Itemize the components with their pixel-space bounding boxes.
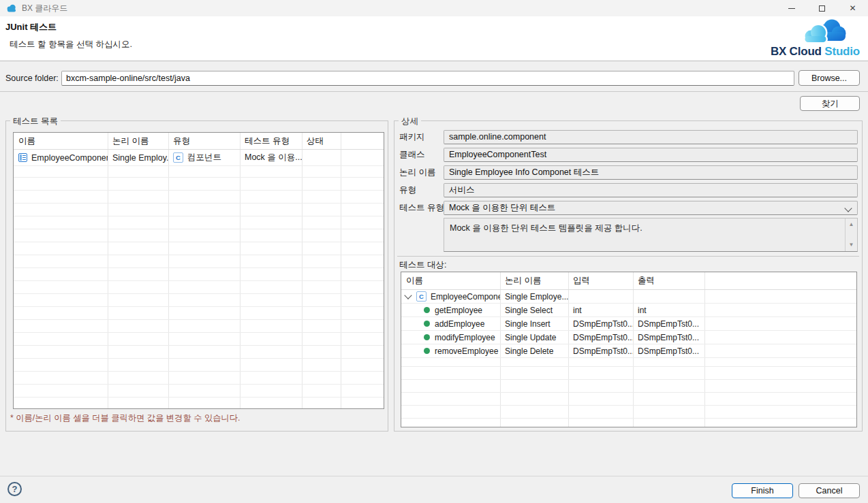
column-header-logical-name: 논리 이름 [500,275,568,287]
column-header-logical-name: 논리 이름 [108,135,168,147]
header-separator [0,91,868,92]
source-folder-label: Source folder: [5,74,59,83]
dialog-header: JUnit 테스트 테스트 할 항목을 선택 하십시오. [0,16,868,61]
finish-button[interactable]: Finish [732,483,793,498]
cell-output: int [633,306,704,315]
public-method-icon [424,321,430,327]
column-header-input: 입력 [568,275,633,287]
cell-logical-name: Single Insert [500,319,568,329]
class-badge-icon: C [416,291,427,302]
cell-logical-name: Single Delete [500,346,568,356]
public-method-icon [424,348,430,354]
source-folder-input[interactable] [61,71,794,86]
cell-input: int [568,306,633,315]
edit-hint-note: * 이름/논리 이름 셀을 더블 클릭하면 값을 변경할 수 있습니다. [10,412,241,424]
minimize-icon [788,8,795,9]
logo-cloud-icon [800,16,849,48]
bx-cloud-studio-logo: BX Cloud Studio [774,16,863,60]
test-type-description: Mock 을 이용한 단위 테스트 템플릿을 제공 합니다. [450,223,841,234]
cell-name: removeEmployee [401,346,500,356]
test-target-header-row: 이름 논리 이름 입력 출력 [401,272,856,290]
test-list-header-row: 이름 논리 이름 유형 테스트 유형 상태 [14,133,384,150]
help-button[interactable]: ? [7,482,22,496]
cell-output: DSmpEmpTst0... [633,319,704,329]
scroll-down-icon[interactable]: ▼ [846,242,857,248]
test-type-dropdown[interactable]: Mock 을 이용한 단위 테스트 [444,201,858,215]
chevron-down-icon[interactable] [404,291,412,299]
logical-name-field[interactable]: Single Employee Info Componet 테스트 [444,165,858,180]
scroll-up-icon[interactable]: ▲ [846,222,857,227]
maximize-button[interactable] [807,0,837,16]
class-badge-icon: C [173,152,183,163]
empty-rows-area [14,165,384,408]
test-list-row[interactable]: EmployeeComponen... Single Employ... C 컴… [14,150,384,166]
close-button[interactable]: ✕ [837,0,868,16]
window-title: BX 클라우드 [22,3,67,14]
test-target-method-row[interactable]: modifyEmployee Single Update DSmpEmpTst0… [401,331,856,344]
test-target-table: 이름 논리 이름 입력 출력 C EmployeeComponer Single… [401,272,857,427]
empty-rows-area [401,354,856,427]
column-header-status: 상태 [302,135,341,147]
cell-logical-name: Single Update [500,333,568,342]
cell-name: modifyEmployee [401,333,500,342]
cell-name: EmployeeComponen... [14,153,108,163]
test-target-method-row[interactable]: getEmployee Single Select int int [401,304,856,317]
app-cloud-icon [6,4,17,12]
test-list-group: 테스트 목록 이름 논리 이름 유형 테스트 유형 상태 EmployeeCom… [5,120,388,432]
cell-type: C 컴포넌트 [168,152,240,163]
minimize-button[interactable] [776,0,807,16]
cell-logical-name: Single Employe... [500,292,568,302]
public-method-icon [424,334,430,340]
title-bar: BX 클라우드 ✕ [0,0,868,16]
test-list-table: 이름 논리 이름 유형 테스트 유형 상태 EmployeeComponen..… [13,132,384,409]
cell-output: DSmpEmpTst0... [633,346,704,356]
cell-name: C EmployeeComponer [401,291,500,302]
type-field[interactable]: 서비스 [444,183,858,197]
package-field[interactable]: sample.online.component [444,130,858,144]
test-type-label: 테스트 유형 [399,201,444,215]
column-header-type: 유형 [168,135,240,147]
public-method-icon [424,307,430,313]
cancel-button[interactable]: Cancel [799,483,860,498]
description-scrollbar: ▲ ▼ [845,218,857,251]
class-field[interactable]: EmployeeComponentTest [444,148,858,162]
cell-logical-name: Single Employ... [108,153,168,163]
close-icon: ✕ [849,4,856,12]
details-group-label: 상세 [399,116,421,127]
details-separator [397,256,859,257]
column-header-name: 이름 [14,135,108,147]
cell-test-type: Mock 을 이용... [240,152,302,163]
junit-test-dialog: BX 클라우드 ✕ JUnit 테스트 테스트 할 항목을 선택 하십시오. [0,0,868,503]
test-target-method-row[interactable]: removeEmployee Single Delete DSmpEmpTst0… [401,344,856,358]
cell-input: DSmpEmpTst0... [568,346,633,356]
test-list-group-label: 테스트 목록 [10,116,61,127]
type-label: 유형 [399,183,416,197]
logical-name-label: 논리 이름 [399,165,435,180]
cell-name: getEmployee [401,306,500,315]
package-label: 패키지 [399,130,425,144]
test-target-class-row[interactable]: C EmployeeComponer Single Employe... [401,290,856,304]
cell-input: DSmpEmpTst0... [568,319,633,329]
cell-output: DSmpEmpTst0... [633,333,704,342]
cell-input: DSmpEmpTst0... [568,333,633,342]
cell-logical-name: Single Select [500,306,568,315]
test-class-icon [18,153,27,162]
column-header-name: 이름 [401,275,500,287]
test-target-method-row[interactable]: addEmployee Single Insert DSmpEmpTst0...… [401,317,856,331]
cell-name: addEmployee [401,319,500,329]
page-subtitle: 테스트 할 항목을 선택 하십시오. [10,39,132,50]
find-button[interactable]: 찾기 [800,96,860,111]
window-controls: ✕ [776,0,868,16]
column-header-test-type: 테스트 유형 [240,135,302,147]
test-target-label: 테스트 대상: [399,259,446,271]
maximize-icon [819,5,825,12]
column-header-output: 출력 [633,275,704,287]
chevron-down-icon [844,204,852,212]
details-group: 상세 패키지 sample.online.component 클래스 Emplo… [394,120,863,432]
class-label: 클래스 [399,148,425,162]
logo-text: BX Cloud Studio [771,45,860,59]
browse-button[interactable]: Browse... [799,70,860,86]
page-title: JUnit 테스트 [5,21,57,33]
test-type-description-box: Mock 을 이용한 단위 테스트 템플릿을 제공 합니다. ▲ ▼ [444,218,858,252]
dialog-footer: ? Finish Cancel [0,476,868,503]
